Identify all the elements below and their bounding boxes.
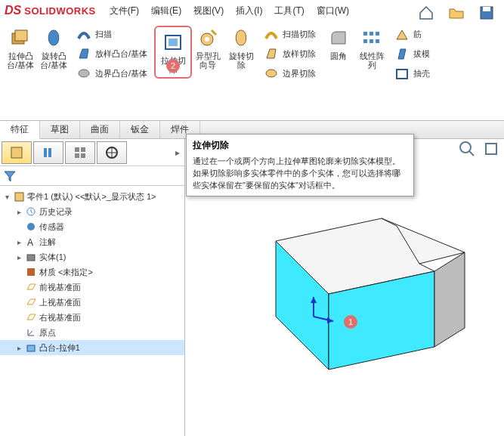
svg-point-4 [79, 70, 89, 77]
feature-manager-panel: ▸ ▾零件1 (默认) <<默认>_显示状态 1> ▸历史记录 传感器 ▸A注解… [0, 139, 185, 436]
tab-sketch[interactable]: 草图 [40, 121, 80, 138]
tree-material[interactable]: 材质 <未指定> [0, 264, 184, 280]
svg-point-8 [205, 37, 209, 42]
revolve-cut-icon [227, 26, 255, 50]
hole-wizard-button[interactable]: 异型孔 向导 [192, 24, 224, 71]
svg-rect-12 [376, 32, 379, 36]
shell-icon [394, 65, 410, 82]
view-toolbar [457, 139, 502, 159]
tree-top-plane[interactable]: 上视基准面 [0, 295, 184, 310]
view-cube-icon[interactable] [481, 139, 502, 159]
part-3d-model[interactable]: 1 [230, 211, 487, 385]
zoom-icon[interactable] [457, 139, 478, 159]
loft-cut-button[interactable]: 放样切除 [260, 44, 319, 63]
svg-rect-19 [48, 148, 51, 157]
menu-view[interactable]: 视图(V) [189, 2, 228, 20]
shell-button[interactable]: 抽壳 [391, 63, 433, 83]
svg-line-35 [469, 151, 474, 156]
menu-edit[interactable]: 编辑(E) [147, 2, 186, 20]
linear-pattern-button[interactable]: 线性阵 列 [356, 24, 388, 71]
annotations-icon: A [25, 236, 37, 248]
svg-rect-20 [75, 147, 79, 152]
extrude-cut-icon [159, 30, 187, 54]
boundary-cut-icon [263, 65, 280, 82]
tree-root[interactable]: ▾零件1 (默认) <<默认>_显示状态 1> [0, 189, 184, 204]
tree-annotations[interactable]: ▸A注解 [0, 234, 184, 249]
panel-tab-config[interactable] [65, 141, 95, 164]
origin-icon [25, 326, 37, 339]
panel-tabs: ▸ [0, 139, 184, 166]
tree-history[interactable]: ▸历史记录 [0, 204, 184, 219]
menu-window[interactable]: 窗口(W) [312, 2, 354, 20]
ribbon: 拉伸凸 台/基体 旋转凸 台/基体 扫描 放样凸台/基体 边界凸台/基体 拉伸切… [0, 21, 504, 121]
tooltip-title: 拉伸切除 [193, 139, 407, 152]
extrude-boss-button[interactable]: 拉伸凸 台/基体 [5, 24, 36, 71]
panel-tab-feature-tree[interactable] [2, 141, 32, 164]
panel-tab-property[interactable] [33, 141, 63, 164]
tree-feature-extrude1[interactable]: ▸凸台-拉伸1 [0, 340, 184, 355]
extrude-cut-highlight: 拉伸切 除 2 [154, 26, 192, 79]
revolve-boss-button[interactable]: 旋转凸 台/基体 [38, 24, 70, 71]
filter-icon[interactable] [3, 169, 17, 183]
svg-rect-15 [376, 39, 379, 43]
step-badge-1: 1 [344, 315, 357, 329]
svg-point-9 [266, 70, 277, 77]
svg-rect-6 [169, 39, 178, 46]
svg-rect-14 [369, 39, 373, 43]
svg-rect-21 [81, 147, 85, 152]
feature-tree: ▾零件1 (默认) <<默认>_显示状态 1> ▸历史记录 传感器 ▸A注解 ▸… [0, 186, 184, 436]
extrude-feature-icon [25, 342, 37, 354]
menu-file[interactable]: 文件(F) [105, 2, 144, 20]
solid-bodies-icon [25, 251, 37, 263]
rib-icon [394, 26, 410, 42]
svg-rect-17 [11, 147, 22, 158]
svg-rect-27 [15, 193, 23, 201]
loft-boss-button[interactable]: 放样凸台/基体 [73, 44, 150, 63]
loft-cut-icon [263, 45, 280, 62]
plane-icon [25, 311, 37, 323]
svg-text:A: A [27, 237, 33, 248]
boundary-cut-button[interactable]: 边界切除 [260, 63, 319, 83]
svg-point-34 [460, 142, 471, 153]
revolve-cut-button[interactable]: 旋转切 除 [225, 24, 257, 71]
svg-rect-11 [369, 32, 373, 36]
step-badge-2: 2 [166, 59, 180, 73]
boundary-boss-icon [76, 65, 92, 82]
tree-sensors[interactable]: 传感器 [0, 219, 184, 234]
plane-icon [25, 296, 37, 308]
menu-insert[interactable]: 插入(I) [231, 2, 267, 20]
revolve-boss-icon [40, 26, 67, 50]
boundary-boss-button[interactable]: 边界凸台/基体 [73, 63, 150, 83]
menu-tools[interactable]: 工具(T) [270, 2, 308, 20]
svg-rect-16 [397, 70, 407, 79]
app-logo: DS SOLIDWORKS [5, 4, 96, 17]
rib-button[interactable]: 筋 [391, 24, 425, 44]
svg-rect-32 [27, 268, 35, 276]
extrude-boss-icon [7, 26, 34, 50]
sensors-icon [25, 221, 37, 233]
material-icon [25, 266, 37, 278]
svg-rect-3 [15, 30, 27, 41]
draft-button[interactable]: 拔模 [391, 44, 433, 63]
tab-sheetmetal[interactable]: 钣金 [120, 121, 160, 138]
panel-dropdown[interactable]: ▸ [172, 147, 183, 158]
tree-right-plane[interactable]: 右视基准面 [0, 310, 184, 325]
sweep-button[interactable]: 扫描 [73, 24, 115, 44]
svg-rect-10 [363, 32, 367, 36]
logo-text: SOLIDWORKS [24, 5, 96, 17]
tooltip-extrude-cut: 拉伸切除 通过在一个或两个方向上拉伸草图轮廓来切除实体模型。 如果切除影响多实体… [186, 134, 414, 196]
tree-origin[interactable]: 原点 [0, 325, 184, 340]
hole-wizard-icon [194, 26, 221, 50]
svg-rect-1 [483, 7, 490, 11]
fillet-button[interactable]: 圆角 [323, 24, 354, 71]
tab-feature[interactable]: 特征 [0, 121, 40, 139]
tooltip-body: 通过在一个或两个方向上拉伸草图轮廓来切除实体模型。 如果切除影响多实体零件中的多… [193, 155, 407, 191]
tab-surface[interactable]: 曲面 [80, 121, 120, 138]
sweep-cut-button[interactable]: 扫描切除 [260, 24, 319, 44]
sweep-cut-icon [263, 26, 280, 42]
tree-front-plane[interactable]: 前视基准面 [0, 280, 184, 295]
svg-rect-36 [486, 144, 496, 154]
panel-tab-dim[interactable] [97, 141, 127, 164]
tree-solid-bodies[interactable]: ▸实体(1) [0, 249, 184, 264]
main-menu: 文件(F) 编辑(E) 视图(V) 插入(I) 工具(T) 窗口(W) [105, 2, 354, 20]
